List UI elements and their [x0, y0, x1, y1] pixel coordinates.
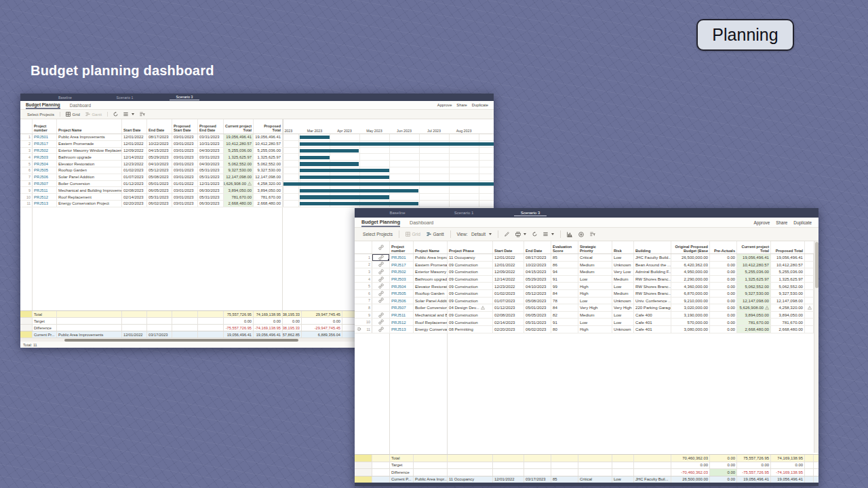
share-button[interactable]: Share	[456, 103, 467, 107]
cell-project-name[interactable]: Energy Conservation Project	[57, 201, 122, 207]
cell-end-date[interactable]: 04/10/2023	[147, 161, 172, 167]
cell-proposed-end-date[interactable]: 03/31/2023	[198, 134, 224, 140]
cell-current-project-total[interactable]: 5,062,552.00	[737, 283, 771, 289]
cell-strategic-priority[interactable]: High	[578, 290, 612, 297]
cell-clipped[interactable]	[805, 312, 814, 319]
cell-end-date[interactable]: 10/22/2023	[147, 141, 172, 147]
cell-building[interactable]: Cafe 400	[634, 312, 671, 319]
cell-original-proposed-budget[interactable]: 4,360,000.00	[671, 283, 710, 289]
cell-risk[interactable]: Low	[612, 319, 634, 325]
cell-start-date[interactable]: 02/20/2023	[493, 326, 524, 333]
row-number-header[interactable]	[355, 241, 372, 253]
cell-proposed-start-date[interactable]: 03/01/2023	[172, 141, 198, 147]
column-header-strategic-priority[interactable]: Strategic Priority	[578, 241, 612, 253]
cell-project-phase[interactable]: 09 Construction	[448, 262, 493, 268]
row-number[interactable]: 1	[20, 134, 33, 140]
module-tab-budget-planning[interactable]: Budget Planning	[361, 218, 400, 227]
cell-project-phase[interactable]: 09 Construction	[448, 290, 493, 297]
module-tab-dashboard[interactable]: Dashboard	[410, 218, 433, 227]
cell-pre-actuals[interactable]: 0.00	[710, 304, 737, 311]
cell-clipped[interactable]	[805, 326, 814, 333]
duplicate-button[interactable]: Duplicate	[472, 103, 488, 107]
cell-clipped[interactable]	[805, 283, 814, 289]
cell-start-date[interactable]: 12/01/2022	[493, 254, 524, 261]
cell-current-project-total[interactable]: 9,327,530.00	[737, 290, 771, 297]
cell-end-date[interactable]: 06/05/2023	[524, 312, 551, 319]
cell-proposed-start-date[interactable]: 03/01/2023	[172, 194, 198, 200]
print-button[interactable]	[515, 232, 527, 237]
cell-end-date[interactable]: 06/02/2023	[524, 326, 551, 333]
cell-risk[interactable]: Low	[612, 254, 634, 261]
cell-project-phase[interactable]: 09 Construction	[448, 312, 493, 319]
column-header-current-project-total[interactable]: Current project Total	[224, 119, 254, 134]
row-number[interactable]: 4	[355, 276, 372, 283]
cell-proposed-end-date[interactable]: 04/30/2023	[198, 148, 224, 154]
cell-link[interactable]	[372, 304, 390, 311]
scenario-tab-baseline[interactable]: Baseline	[364, 208, 431, 218]
cell-current-project-total[interactable]: 10,412,280.57	[224, 141, 254, 147]
cell-current-project-total[interactable]: 19,056,496.41	[737, 254, 771, 261]
cell-project-name[interactable]: Public Area Improvements	[57, 134, 122, 140]
cell-start-date[interactable]: 02/08/2023	[122, 187, 147, 193]
cell-pre-actuals[interactable]: 0.00	[710, 290, 737, 297]
cell-evaluation-score[interactable]: 85	[551, 254, 578, 261]
cell-project-name[interactable]: Boiler Conversion	[414, 304, 448, 311]
share-button[interactable]: Share	[776, 220, 787, 225]
cell-project-name[interactable]: Eastern Promenade	[414, 262, 448, 268]
column-header-building[interactable]: Building	[634, 241, 671, 253]
cell-strategic-priority[interactable]: Low	[578, 298, 612, 304]
cell-project-name[interactable]: Roof Replacement	[414, 319, 448, 325]
row-number-header[interactable]	[20, 119, 33, 134]
row-number[interactable]: 4	[20, 154, 33, 160]
row-number[interactable]: 10	[355, 319, 372, 325]
filter-rows-button[interactable]	[590, 232, 595, 237]
cell-proposed-end-date[interactable]: 05/31/2023	[198, 174, 224, 180]
cell-original-proposed-budget[interactable]: 4,950,000.00	[671, 268, 710, 275]
cell-current-project-total[interactable]: 2,668,480.00	[224, 201, 254, 207]
cell-original-proposed-budget[interactable]: 570,000.00	[671, 319, 710, 325]
cell-proposed-total[interactable]: 12,147,098.00	[254, 174, 283, 180]
cell-building[interactable]: RW Shores Branc...	[634, 290, 671, 297]
cell-start-date[interactable]: 12/01/2022	[122, 134, 147, 140]
cell-proposed-total[interactable]: 10,412,280.57	[771, 262, 805, 268]
cell-original-proposed-budget[interactable]: 9,210,000.00	[671, 298, 710, 304]
cell-project-phase[interactable]: 11 Occupancy	[448, 254, 493, 261]
scenario-tab-baseline[interactable]: Baseline	[35, 94, 95, 101]
cell-evaluation-score[interactable]: 78	[551, 298, 578, 304]
cell-end-date[interactable]: 06/02/2023	[147, 201, 172, 207]
cell-project-name[interactable]: Elevator Restoration	[414, 283, 448, 289]
cell-project-number[interactable]: PRJ513	[33, 201, 57, 207]
cell-current-project-total[interactable]: 781,670.00	[737, 319, 771, 325]
cell-proposed-end-date[interactable]: 05/31/2023	[198, 194, 224, 200]
cell-proposed-total[interactable]: 2,668,480.00	[254, 201, 283, 207]
cell-end-date[interactable]: 05/01/2023	[147, 181, 172, 187]
cell-original-proposed-budget[interactable]: 6,420,362.03	[671, 262, 710, 268]
cell-building[interactable]: Cafe 401	[634, 326, 671, 333]
gantt-view-button[interactable]: Gantt	[85, 112, 102, 117]
approve-button[interactable]: Approve	[437, 103, 452, 107]
row-number[interactable]: 1	[355, 254, 372, 261]
cell-proposed-total[interactable]: 4,258,320.00	[771, 304, 805, 311]
cell-start-date[interactable]: 01/07/2023	[122, 174, 147, 180]
cell-link[interactable]	[372, 312, 390, 319]
cell-proposed-total[interactable]: 781,670.00	[771, 319, 805, 325]
cell-project-number[interactable]: PRJ513	[390, 326, 414, 333]
cell-proposed-total[interactable]: 9,327,530.00	[771, 290, 805, 297]
refresh-button[interactable]	[532, 232, 537, 237]
cell-evaluation-score[interactable]: 91	[551, 319, 578, 325]
cell-proposed-start-date[interactable]: 01/01/2022	[172, 181, 198, 187]
gantt-bar[interactable]	[300, 176, 389, 179]
cell-link[interactable]	[372, 298, 390, 304]
cell-current-project-total[interactable]: 1,325,625.97	[224, 154, 254, 160]
cell-proposed-start-date[interactable]: 03/01/2023	[172, 201, 198, 207]
cell-building[interactable]: JHC Faculty Build...	[634, 254, 671, 261]
cell-strategic-priority[interactable]: High	[578, 283, 612, 289]
cell-current-project-total[interactable]: 1,325,625.97	[737, 276, 771, 283]
gantt-bar[interactable]	[300, 136, 330, 139]
cell-link[interactable]	[372, 262, 390, 268]
cell-start-date[interactable]: 01/02/2023	[122, 167, 147, 174]
gantt-view-button[interactable]: Gantt	[427, 232, 444, 237]
scenario-tab-scenario-1[interactable]: Scenario 1	[95, 94, 155, 101]
cell-proposed-end-date[interactable]: 06/30/2023	[198, 187, 224, 193]
analyze-chart-button[interactable]	[567, 232, 572, 237]
